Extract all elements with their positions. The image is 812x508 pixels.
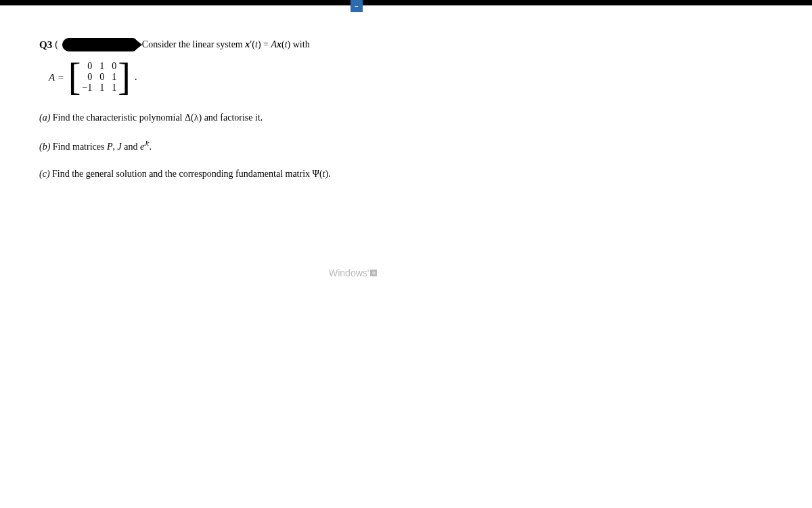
comma: , xyxy=(113,142,118,152)
question-header: Q3 ( Consider the linear system x′(t) = … xyxy=(39,38,773,51)
document-body: Q3 ( Consider the linear system x′(t) = … xyxy=(0,5,812,228)
open-paren: ( xyxy=(55,39,58,50)
windows-watermark: Windows' u xyxy=(329,268,377,278)
matrix-row-1: 0 0 1 xyxy=(82,72,116,83)
matrix-grid: 0 1 0 0 0 1 −1 1 1 xyxy=(82,61,116,93)
cell-20: −1 xyxy=(82,83,92,93)
part-a-label: (a) xyxy=(39,112,50,123)
cell-02: 0 xyxy=(110,61,116,72)
part-b-text-1: Find matrices xyxy=(50,142,107,152)
psi-open: Ψ( xyxy=(313,169,323,179)
watermark-box-icon: u xyxy=(370,270,377,276)
redacted-marks-label xyxy=(62,38,137,51)
cell-12: 1 xyxy=(110,72,116,83)
right-bracket-icon: ] xyxy=(118,60,131,93)
cell-11: 0 xyxy=(97,72,104,83)
matrix-row-0: 0 1 0 xyxy=(82,61,116,72)
part-c-text-1: Find the general solution and the corres… xyxy=(50,169,313,179)
part-a: (a) Find the characteristic polynomial Δ… xyxy=(39,112,773,123)
matrix-P: P xyxy=(107,142,113,152)
left-bracket-icon: [ xyxy=(68,60,81,93)
matrix-period: . xyxy=(135,72,137,83)
cell-21: 1 xyxy=(97,83,104,93)
and-text: and xyxy=(122,142,140,152)
cell-01: 1 xyxy=(97,61,104,72)
part-b-label: (b) xyxy=(39,142,50,152)
prime-open: ′( xyxy=(250,39,255,49)
delta-lambda: Δ(λ) xyxy=(185,112,202,123)
matrix-lhs: A = xyxy=(49,72,64,83)
intro-text-1: Consider the linear system xyxy=(142,39,245,49)
part-c: (c) Find the general solution and the co… xyxy=(39,169,773,179)
cell-00: 0 xyxy=(85,61,92,72)
question-number: Q3 xyxy=(39,39,52,51)
part-b-period: . xyxy=(149,142,152,152)
cell-10: 0 xyxy=(85,72,92,83)
matrix-A-sym: A xyxy=(271,39,277,49)
psi-close: ). xyxy=(325,169,330,179)
part-a-text-2: and factorise it. xyxy=(202,112,263,123)
part-a-text-1: Find the characteristic polynomial xyxy=(50,112,185,123)
part-b: (b) Find matrices P, J and eJt. xyxy=(39,140,773,152)
vector-x2: x xyxy=(277,39,281,49)
cell-22: 1 xyxy=(110,83,116,93)
minimize-tab-icon[interactable]: − xyxy=(351,0,363,12)
intro-text-2: ) with xyxy=(288,39,310,49)
watermark-text: Windows' xyxy=(329,268,369,278)
equals: ) = xyxy=(258,39,271,49)
window-topbar xyxy=(0,0,812,5)
matrix-definition: A = [ 0 1 0 0 0 1 −1 1 1 ] . xyxy=(49,61,773,93)
question-intro: Consider the linear system x′(t) = Ax(t)… xyxy=(142,39,310,50)
part-c-label: (c) xyxy=(39,169,50,179)
matrix-row-2: −1 1 1 xyxy=(82,83,116,93)
